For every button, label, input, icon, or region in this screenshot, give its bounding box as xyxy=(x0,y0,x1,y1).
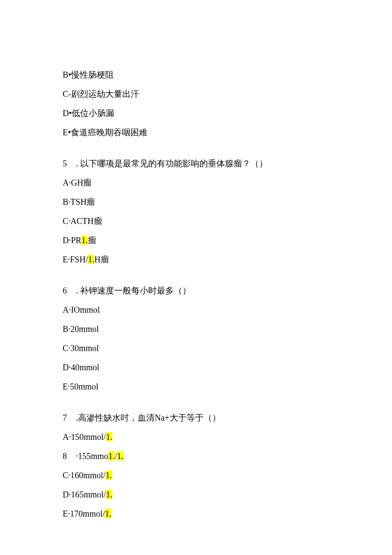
option-a-pre: A·150mmol/ xyxy=(63,432,106,442)
option-d: D·165mmol/1. xyxy=(63,489,335,500)
option-c: C-剧烈运劫大量出汗 xyxy=(63,88,335,99)
option-d-post: 瘤 xyxy=(88,235,96,245)
option-e-pre: E·FSH/ xyxy=(63,255,88,264)
option-b: B·TSH瘤 xyxy=(63,196,335,207)
option-d: D•低位小肠漏 xyxy=(63,108,335,119)
question-sep: . xyxy=(74,159,78,168)
question-text: 以下哪项是最常见的有功能影响的垂体腺瘤？（） xyxy=(80,159,268,168)
option-c: C·30mmol xyxy=(63,343,335,354)
question-text: 高渗性缺水吋，血清Na+大于等于（） xyxy=(78,413,221,422)
highlight: 1. xyxy=(105,509,111,518)
highlight: 1. xyxy=(88,255,94,264)
option-e: E·170mmol/1. xyxy=(63,508,335,519)
question-6: 6 . 补钾速度一般每小时最多（） xyxy=(63,285,335,296)
highlight: 1. xyxy=(106,490,112,499)
option-e: E·FSH/1.H瘤 xyxy=(63,254,335,265)
question-number: 6 xyxy=(63,285,74,296)
option-d: D·PR1.瘤 xyxy=(63,235,335,246)
option-b-sep: · xyxy=(74,451,78,461)
question-number: 5 xyxy=(63,158,74,169)
option-d-pre: D·165mmol/ xyxy=(63,490,106,499)
highlight: 1. xyxy=(108,451,115,461)
option-e-pre: E·170mmol/ xyxy=(63,509,105,518)
option-b-num: 8 xyxy=(63,450,74,462)
option-b-pre: 155mmo xyxy=(78,451,108,461)
option-b: 8 ·155mmo1./1. xyxy=(63,450,335,462)
option-c-pre: C·160mmol/ xyxy=(63,471,106,480)
highlight: 1. xyxy=(81,235,88,245)
highlight: 1. xyxy=(106,471,112,480)
option-e: E•食道癌晚期吞咽困难 xyxy=(63,127,335,138)
option-a: A·GH瘤 xyxy=(63,177,335,188)
option-b: B•慢性肠梗阻 xyxy=(63,69,335,80)
question-sep: . xyxy=(74,286,78,295)
option-d: D·40mmol xyxy=(63,362,335,373)
question-5: 5 . 以下哪项是最常见的有功能影响的垂体腺瘤？（） xyxy=(63,158,335,169)
option-c: C·ACTH瘤 xyxy=(63,215,335,227)
option-a: A·150mmol/1. xyxy=(63,431,335,442)
question-text: 补钾速度一般每小时最多（） xyxy=(80,286,191,295)
option-b: B·20mmol xyxy=(63,323,335,334)
question-sep: . xyxy=(74,413,78,422)
option-e-post: H瘤 xyxy=(94,255,109,264)
question-7: 7 .高渗性缺水吋，血清Na+大于等于（） xyxy=(63,412,335,423)
document-page: B•慢性肠梗阻 C-剧烈运劫大量出汗 D•低位小肠漏 E•食道癌晚期吞咽困难 5… xyxy=(0,0,335,519)
question-number: 7 xyxy=(63,412,74,423)
highlight: 1. xyxy=(117,451,124,461)
option-c: C·160mmol/1. xyxy=(63,470,335,481)
highlight: 1. xyxy=(106,432,112,442)
option-e: E·50mmol xyxy=(63,381,335,392)
option-b-mid: / xyxy=(115,451,117,461)
option-a: A·IOmmol xyxy=(63,304,335,315)
option-d-pre: D·PR xyxy=(63,235,81,245)
